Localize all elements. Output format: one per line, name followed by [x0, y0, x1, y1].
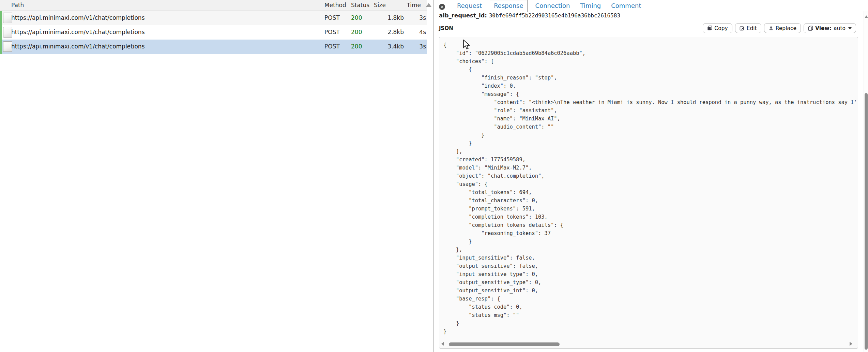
- flow-marker: [0, 40, 2, 54]
- upload-icon: [768, 26, 774, 31]
- close-icon[interactable]: ✕: [439, 4, 445, 10]
- scroll-up-arrow-icon[interactable]: [426, 3, 431, 7]
- response-header-separator: :: [485, 12, 489, 19]
- detail-tabs: Request Response Connection Timing Comme…: [452, 0, 646, 11]
- flow-size: 3.4kb: [373, 43, 404, 50]
- flow-list-panel: Path Method Status Size Time https://api…: [0, 0, 433, 352]
- replace-button[interactable]: Replace: [764, 23, 801, 33]
- tab-response[interactable]: Response: [490, 0, 527, 12]
- vertical-scrollbar-thumb[interactable]: [865, 93, 868, 350]
- flow-time: 3s: [404, 43, 426, 50]
- scroll-left-arrow-icon[interactable]: [441, 342, 444, 346]
- vertical-scrollbar[interactable]: [864, 11, 868, 352]
- header-divider: [439, 21, 863, 21]
- flow-time: 4s: [404, 29, 426, 35]
- document-icon: [3, 13, 12, 23]
- view-button-label: View:: [815, 25, 832, 31]
- flow-status: 200: [351, 29, 362, 35]
- flow-path: https://api.minimaxi.com/v1/chat/complet…: [11, 14, 145, 21]
- json-response-body: { "id": "06229005c1cdab5ad69b84a6c026aab…: [439, 37, 858, 348]
- flow-row[interactable]: https://api.minimaxi.com/v1/chat/complet…: [0, 11, 427, 25]
- flow-path: https://api.minimaxi.com/v1/chat/complet…: [11, 29, 145, 35]
- response-header-name: alb_request_id: [439, 12, 485, 19]
- column-header-time[interactable]: Time: [399, 2, 421, 9]
- column-header-path[interactable]: Path: [11, 2, 24, 9]
- column-header-size[interactable]: Size: [374, 2, 386, 9]
- horizontal-scrollbar[interactable]: [439, 341, 858, 348]
- flow-time: 3s: [404, 14, 426, 21]
- document-icon: [3, 27, 12, 38]
- tab-comment[interactable]: Comment: [606, 2, 646, 9]
- edit-button-label: Edit: [747, 25, 757, 31]
- flow-method: POST: [324, 14, 340, 21]
- flow-marker: [0, 25, 2, 40]
- flow-status: 200: [351, 14, 362, 21]
- flow-size: 2.8kb: [373, 29, 404, 35]
- document-icon: [3, 41, 12, 52]
- flow-size: 1.8kb: [373, 14, 404, 21]
- copy-icon: [707, 26, 712, 31]
- flow-method: POST: [324, 43, 340, 50]
- response-header-row: alb_request_id: 30bfe694ff5b22d903165e4b…: [439, 12, 620, 19]
- column-header-status[interactable]: Status: [351, 2, 369, 9]
- horizontal-scrollbar-thumb[interactable]: [449, 342, 560, 346]
- copy-button-label: Copy: [714, 25, 728, 31]
- view-mode-button[interactable]: View: auto: [804, 23, 856, 33]
- scroll-right-arrow-icon[interactable]: [850, 342, 852, 346]
- detail-tabbar: ✕ Request Response Connection Timing Com…: [434, 0, 864, 11]
- content-type-label: JSON: [439, 25, 453, 31]
- flow-marker: [0, 11, 2, 25]
- flow-row[interactable]: https://api.minimaxi.com/v1/chat/complet…: [0, 25, 427, 40]
- close-glyph: ✕: [440, 5, 443, 9]
- flow-status: 200: [351, 43, 362, 50]
- flow-detail-panel: ✕ Request Response Connection Timing Com…: [434, 0, 868, 352]
- content-toolbar: Copy Edit Replace View: auto: [703, 23, 856, 33]
- replace-button-label: Replace: [776, 25, 796, 31]
- view-icon: [808, 26, 813, 31]
- tab-timing[interactable]: Timing: [575, 2, 606, 9]
- flow-row-selected[interactable]: https://api.minimaxi.com/v1/chat/complet…: [0, 40, 427, 54]
- flow-method: POST: [324, 29, 340, 35]
- tab-request[interactable]: Request: [452, 2, 487, 9]
- tab-connection[interactable]: Connection: [530, 2, 575, 9]
- column-header-method[interactable]: Method: [324, 2, 346, 9]
- response-body-viewer: { "id": "06229005c1cdab5ad69b84a6c026aab…: [439, 37, 858, 349]
- flow-path: https://api.minimaxi.com/v1/chat/complet…: [11, 43, 145, 50]
- flow-table-header: Path Method Status Size Time: [0, 0, 427, 11]
- edit-button[interactable]: Edit: [735, 23, 761, 33]
- chevron-down-icon: [848, 27, 852, 29]
- copy-button[interactable]: Copy: [703, 23, 732, 33]
- response-header-value: 30bfe694ff5b22d903165e4b196a36bbc2616583: [489, 12, 620, 19]
- view-mode-value: auto: [834, 25, 846, 31]
- scroll-up-arrow-icon[interactable]: [865, 15, 868, 18]
- edit-icon: [740, 26, 745, 31]
